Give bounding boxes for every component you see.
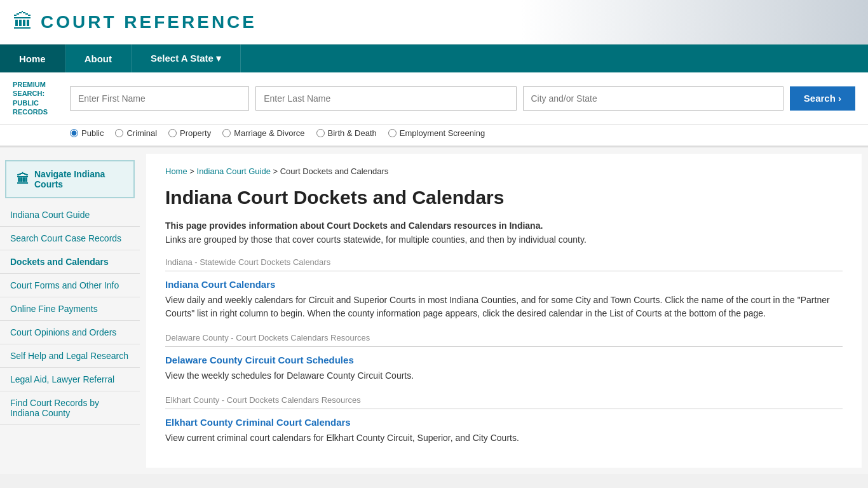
nav-select-state[interactable]: Select A State ▾ <box>132 44 241 72</box>
link-indiana-court-calendars[interactable]: Indiana Court Calendars <box>165 279 843 290</box>
section-header-delaware: Delaware County - Court Dockets Calendar… <box>165 333 843 347</box>
sidebar-item-county-records[interactable]: Find Court Records by Indiana County <box>0 391 140 425</box>
intro-text: Links are grouped by those that cover co… <box>165 234 843 245</box>
radio-birth-death[interactable]: Birth & Death <box>316 128 377 138</box>
sidebar-item-legal-aid[interactable]: Legal Aid, Lawyer Referral <box>0 368 140 391</box>
section-header-elkhart: Elkhart County - Court Dockets Calendars… <box>165 395 843 409</box>
radio-criminal[interactable]: Criminal <box>115 128 157 138</box>
main-content: Home > Indiana Court Guide > Court Docke… <box>146 154 862 468</box>
desc-delaware-circuit-schedules: View the weekly schedules for Delaware C… <box>165 369 843 383</box>
city-state-input[interactable] <box>523 86 783 111</box>
desc-indiana-court-calendars: View daily and weekly calendars for Circ… <box>165 294 843 320</box>
intro-bold: This page provides information about Cou… <box>165 220 843 231</box>
breadcrumb-state-guide[interactable]: Indiana Court Guide <box>197 166 271 176</box>
search-button[interactable]: Search › <box>790 86 855 111</box>
sidebar-item-dockets[interactable]: Dockets and Calendars <box>0 250 140 274</box>
section-header-statewide: Indiana - Statewide Court Dockets Calend… <box>165 257 843 271</box>
radio-marriage-divorce[interactable]: Marriage & Divorce <box>222 128 304 138</box>
site-header: 🏛 COURT REFERENCE <box>0 0 868 44</box>
breadcrumb-home[interactable]: Home <box>165 166 187 176</box>
sidebar-item-opinions[interactable]: Court Opinions and Orders <box>0 321 140 344</box>
link-elkhart-criminal-calendars[interactable]: Elkhart County Criminal Court Calendars <box>165 417 843 428</box>
first-name-input[interactable] <box>70 86 249 111</box>
breadcrumb-current: Court Dockets and Calendars <box>280 166 389 176</box>
sidebar-item-case-records[interactable]: Search Court Case Records <box>0 227 140 250</box>
radio-property[interactable]: Property <box>168 128 211 138</box>
site-title: COURT REFERENCE <box>41 12 257 32</box>
main-layout: 🏛 Navigate Indiana Courts Indiana Court … <box>0 147 868 474</box>
radio-public[interactable]: Public <box>70 128 104 138</box>
sidebar-item-forms[interactable]: Court Forms and Other Info <box>0 274 140 297</box>
radio-employment-screening[interactable]: Employment Screening <box>388 128 485 138</box>
sidebar-item-fines[interactable]: Online Fine Payments <box>0 297 140 321</box>
navbar: Home About Select A State ▾ <box>0 44 868 72</box>
last-name-input[interactable] <box>255 86 516 111</box>
link-delaware-circuit-schedules[interactable]: Delaware County Circuit Court Schedules <box>165 355 843 365</box>
page-title: Indiana Court Dockets and Calendars <box>165 186 843 209</box>
search-bar: PREMIUM SEARCH: PUBLIC RECORDS Search › <box>0 72 868 125</box>
sidebar: 🏛 Navigate Indiana Courts Indiana Court … <box>0 147 140 474</box>
sidebar-active-item[interactable]: 🏛 Navigate Indiana Courts <box>5 160 135 198</box>
sidebar-item-court-guide[interactable]: Indiana Court Guide <box>0 203 140 227</box>
breadcrumb: Home > Indiana Court Guide > Court Docke… <box>165 166 843 176</box>
court-logo-icon: 🏛 <box>13 10 33 34</box>
search-label: PREMIUM SEARCH: PUBLIC RECORDS <box>13 80 64 116</box>
nav-about[interactable]: About <box>65 44 132 72</box>
sidebar-item-self-help[interactable]: Self Help and Legal Research <box>0 344 140 368</box>
nav-home[interactable]: Home <box>0 44 65 72</box>
sidebar-active-label: Navigate Indiana Courts <box>34 169 123 189</box>
desc-elkhart-criminal-calendars: View current criminal court calendars fo… <box>165 431 843 445</box>
radio-row: Public Criminal Property Marriage & Divo… <box>0 125 868 147</box>
navigate-courts-icon: 🏛 <box>17 172 29 187</box>
logo-area[interactable]: 🏛 COURT REFERENCE <box>13 10 257 34</box>
